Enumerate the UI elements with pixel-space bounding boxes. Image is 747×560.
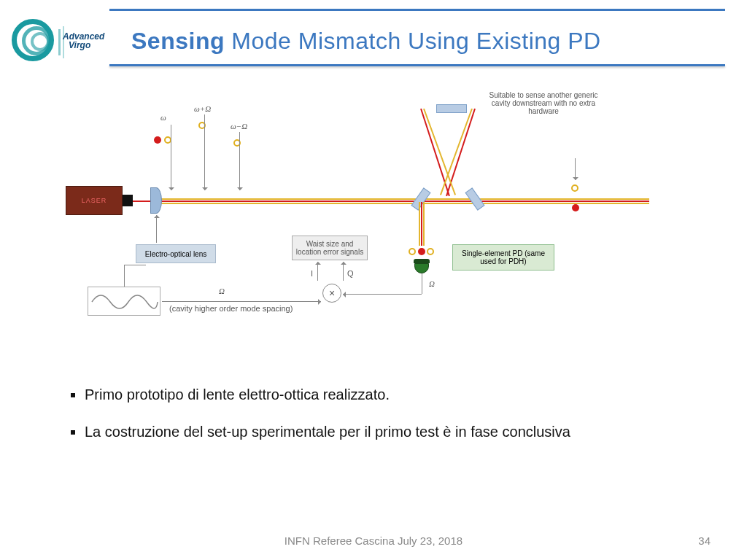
bullet-list: Primo prototipo di lente elettro-ottica … [66,386,681,461]
dot-red-1 [154,136,161,144]
arrow-in-2 [204,114,205,190]
eol-label: Electro-optical lens [145,250,206,258]
logo-text: Advanced Virgo [63,32,104,50]
label-cavity-spacing: (cavity higher order mode spacing) [169,304,293,313]
photodiode-icon [414,259,430,273]
pd-dot-y-r [427,248,434,255]
header-rule-top [109,9,725,11]
arrow-in-1 [171,125,171,190]
label-omega-minus: ω−Ω [231,122,247,131]
arrow-in-3 [239,132,240,190]
laser-box: LASER [66,186,123,215]
label-q: Q [347,269,354,278]
beam-yellow-down-r [423,202,425,246]
advanced-virgo-logo: Advanced Virgo [9,16,104,67]
wire-osc-up [124,265,125,287]
laser-aperture [123,195,133,206]
pd-dot-y-l [409,248,416,255]
header-rule-bottom [109,64,725,66]
sine-wave-icon [88,287,161,316]
dot-red-out [572,204,579,211]
beam-yellow-down-l [419,202,420,246]
note-top: Suitable to sense another generic cavity… [481,91,605,115]
wire-osc-mixer [162,301,321,302]
laser-label: LASER [82,197,107,204]
top-mirror [436,104,467,113]
label-big-omega-2: Ω [219,287,225,295]
optical-diagram: LASER ω ω+Ω ω−Ω Suitable to sense anothe… [66,91,649,332]
waist-box: Waist size and location error signals [292,236,368,260]
oscillator-box [88,287,160,316]
label-omega-plus: ω+Ω [194,104,211,113]
title-strong: Sensing [131,28,225,54]
bullet-1: Primo prototipo di lente elettro-ottica … [85,386,681,403]
dot-yellow-out [571,184,578,192]
wire-osc-across [124,265,146,265]
label-i: I [311,269,313,278]
pd-label-box: Single-element PD (same used for PDH) [452,244,554,271]
waist-label: Waist size and location error signals [295,240,364,256]
bullet-2: La costruzione del set-up sperimentale p… [85,424,681,440]
mixer-icon: × [322,284,341,303]
slide-title: Sensing Mode Mismatch Using Existing PD [131,28,725,55]
arrow-output [575,158,576,180]
arrow-eol-up [156,215,157,243]
wire-pd-mixer [343,294,422,295]
title-rest: Mode Mismatch Using Existing PD [225,28,601,54]
arrow-q [343,262,344,281]
pd-label: Single-element PD (same used for PDH) [456,249,551,265]
pd-dot-r [418,248,425,255]
label-omega: ω [160,113,166,122]
arrow-i [317,262,318,281]
page-number: 34 [698,534,711,547]
lens-icon [150,187,162,214]
beam-red-main [109,201,649,202]
beam-yellow-v-right [440,109,473,195]
slide-header: Advanced Virgo Sensing Mode Mismatch Usi… [0,0,747,73]
footer-text: INFN Referee Cascina July 23, 2018 [0,534,747,547]
wire-pd-down [422,273,422,294]
beam-yellow-upper [153,198,649,200]
beam-red-down [421,202,422,246]
logo-line2: Virgo [69,40,90,50]
beam-yellow-v-left [423,109,456,195]
label-big-omega-1: Ω [429,279,435,288]
eol-label-box: Electro-optical lens [136,244,216,263]
